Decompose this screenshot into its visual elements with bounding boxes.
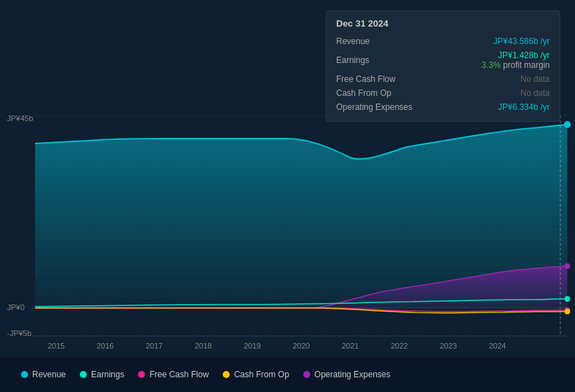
tooltip-row-earnings: Earnings JP¥1.428b /yr 3.3% profit margi… — [336, 48, 550, 72]
x-label-2019: 2019 — [244, 342, 261, 350]
legend-label-revenue: Revenue — [32, 370, 66, 379]
y-label-top: JP¥45b — [7, 114, 33, 122]
tooltip-profit-margin: 3.3% profit margin — [482, 60, 550, 70]
legend-item-fcf[interactable]: Free Cash Flow — [138, 370, 209, 379]
legend-label-earnings: Earnings — [91, 370, 124, 379]
x-label-2021: 2021 — [342, 342, 359, 350]
x-label-2022: 2022 — [391, 342, 408, 350]
legend-dot-revenue — [21, 371, 28, 378]
chart-container: JP¥45b JP¥0 -JP¥5b 2015 2016 2017 2018 2… — [0, 0, 575, 392]
x-label-2023: 2023 — [440, 342, 457, 350]
legend-dot-earnings — [80, 371, 87, 378]
legend-label-cashfromop: Cash From Op — [234, 370, 289, 379]
chart-legend: Revenue Earnings Free Cash Flow Cash Fro… — [21, 370, 391, 379]
tooltip-row-fcf: Free Cash Flow No data — [336, 72, 550, 86]
tooltip-label-opexp: Operating Expenses — [336, 102, 413, 112]
legend-item-revenue[interactable]: Revenue — [21, 370, 66, 379]
tooltip-title: Dec 31 2024 — [336, 18, 550, 29]
tooltip-card: Dec 31 2024 Revenue JP¥43.586b /yr Earni… — [326, 10, 560, 122]
tooltip-label-cashfromop: Cash From Op — [336, 88, 392, 98]
y-label-zero: JP¥0 — [7, 303, 25, 312]
x-label-2024: 2024 — [489, 342, 506, 350]
legend-label-opexp: Operating Expenses — [314, 370, 391, 379]
legend-label-fcf: Free Cash Flow — [149, 370, 209, 379]
tooltip-label-earnings: Earnings — [336, 55, 369, 65]
tooltip-label-revenue: Revenue — [336, 36, 370, 46]
tooltip-value-cashfromop: No data — [520, 88, 550, 98]
x-label-2017: 2017 — [146, 342, 162, 350]
legend-dot-fcf — [138, 371, 145, 378]
y-label-negative: -JP¥5b — [7, 329, 32, 337]
tooltip-value-fcf: No data — [520, 74, 550, 84]
legend-item-earnings[interactable]: Earnings — [80, 370, 124, 379]
svg-point-7 — [564, 121, 571, 128]
tooltip-label-fcf: Free Cash Flow — [336, 74, 396, 84]
svg-point-8 — [564, 263, 570, 269]
tooltip-value-opexp: JP¥6.334b /yr — [498, 102, 550, 112]
x-label-2016: 2016 — [97, 342, 113, 350]
tooltip-value-earnings: JP¥1.428b /yr — [482, 50, 550, 60]
x-label-2018: 2018 — [195, 342, 212, 350]
tooltip-value-revenue: JP¥43.586b /yr — [493, 36, 550, 46]
x-label-2020: 2020 — [293, 342, 310, 350]
legend-dot-opexp — [303, 371, 310, 378]
x-label-2015: 2015 — [48, 342, 64, 350]
tooltip-row-opexp: Operating Expenses JP¥6.334b /yr — [336, 100, 550, 114]
legend-item-opexp[interactable]: Operating Expenses — [303, 370, 391, 379]
legend-item-cashfromop[interactable]: Cash From Op — [223, 370, 289, 379]
tooltip-row-cashfromop: Cash From Op No data — [336, 86, 550, 100]
legend-dot-cashfromop — [223, 371, 230, 378]
svg-point-11 — [564, 309, 570, 314]
svg-point-9 — [564, 296, 570, 302]
tooltip-row-revenue: Revenue JP¥43.586b /yr — [336, 34, 550, 48]
